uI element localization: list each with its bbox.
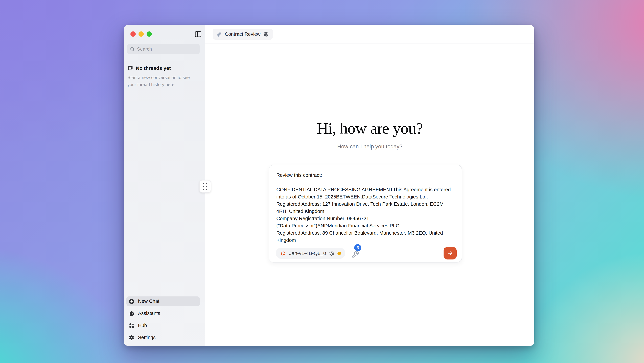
main-panel: Contract Review Hi, how are you? How can…	[205, 25, 534, 346]
sidebar-nav: New Chat Assistants Hub	[126, 296, 200, 342]
model-settings-icon[interactable]	[329, 251, 334, 256]
gear-icon	[128, 334, 135, 341]
sidebar-item-hub[interactable]: Hub	[126, 321, 200, 330]
sidebar: Search No threads yet Start a new conver…	[124, 25, 205, 346]
window-controls	[130, 32, 152, 37]
sidebar-item-label: New Chat	[138, 298, 159, 304]
paperclip-icon	[217, 32, 222, 37]
assistant-settings-icon[interactable]	[264, 32, 269, 37]
sidebar-item-label: Settings	[138, 335, 156, 340]
message-input[interactable]: Review this contract: CONFIDENTIAL DATA …	[276, 171, 458, 245]
assistant-bot-icon	[128, 310, 135, 316]
chat-content: Hi, how are you? How can I help you toda…	[205, 44, 534, 346]
assistant-name: Contract Review	[225, 32, 260, 37]
arrow-right-icon	[447, 250, 453, 256]
empty-state-subtitle: Start a new conversation to see your thr…	[128, 74, 199, 88]
greeting: Hi, how are you? How can I help you toda…	[205, 119, 534, 150]
sidebar-item-new-chat[interactable]: New Chat	[126, 296, 200, 306]
sidebar-item-settings[interactable]: Settings	[126, 333, 200, 342]
close-button[interactable]	[130, 32, 136, 37]
threads-empty-state: No threads yet Start a new conversation …	[127, 65, 199, 88]
model-status-dot	[338, 252, 341, 255]
app-window: Search No threads yet Start a new conver…	[124, 25, 534, 346]
main-header: Contract Review	[205, 25, 534, 44]
search-input[interactable]: Search	[127, 44, 200, 54]
model-provider-icon	[280, 250, 286, 256]
assistant-selector[interactable]: Contract Review	[213, 29, 273, 40]
sidebar-toggle-button[interactable]	[194, 31, 202, 38]
minimize-button[interactable]	[138, 32, 144, 37]
model-name: Jan-v1-4B-Q8_0	[289, 250, 326, 256]
desktop-background: Search No threads yet Start a new conver…	[0, 0, 644, 363]
search-placeholder: Search	[137, 46, 152, 52]
greeting-title: Hi, how are you?	[205, 119, 534, 137]
greeting-subtitle: How can I help you today?	[205, 143, 534, 150]
grid-plus-icon	[128, 322, 135, 328]
sidebar-item-assistants[interactable]: Assistants	[126, 308, 200, 318]
tools-count-badge: 3	[354, 244, 361, 251]
empty-state-title: No threads yet	[136, 65, 171, 71]
sidebar-resize-handle[interactable]	[199, 180, 211, 193]
wrench-icon	[352, 251, 359, 258]
model-selector[interactable]: Jan-v1-4B-Q8_0	[276, 248, 345, 259]
sidebar-item-label: Hub	[138, 323, 147, 328]
composer-toolbar: Jan-v1-4B-Q8_0 3	[276, 247, 457, 259]
composer-card: Review this contract: CONFIDENTIAL DATA …	[268, 165, 462, 262]
tools-button[interactable]: 3	[352, 248, 360, 258]
search-icon	[130, 47, 135, 52]
zoom-button[interactable]	[146, 32, 152, 37]
plus-circle-icon	[128, 298, 135, 304]
panel-left-icon	[194, 31, 202, 38]
send-button[interactable]	[444, 247, 457, 259]
message-square-icon	[127, 65, 133, 71]
sidebar-item-label: Assistants	[138, 310, 160, 316]
